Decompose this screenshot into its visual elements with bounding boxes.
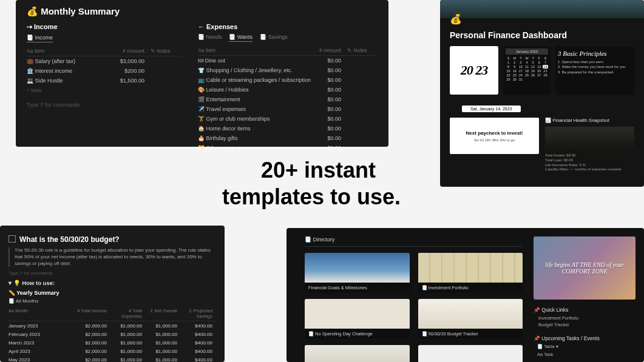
- expense-item: 🏠 Home decor items: [198, 126, 311, 132]
- calendar-day[interactable]: 19: [530, 69, 536, 73]
- card-image: [305, 253, 410, 283]
- directory-card[interactable]: [418, 345, 523, 362]
- directory-card[interactable]: 📑 No Spending Day Challenge: [305, 299, 410, 339]
- calendar-day[interactable]: 18: [524, 69, 529, 73]
- income-row[interactable]: 🏦 Interest income $200.00: [27, 66, 181, 76]
- calendar-day[interactable]: 12: [530, 65, 536, 69]
- expense-row[interactable]: 🏠 Home decor items $0.00: [198, 124, 378, 133]
- calendar-widget[interactable]: January 2023 SMTWTFS12345678910111213141…: [503, 46, 551, 95]
- tab-savings[interactable]: 📑 Savings: [260, 34, 288, 42]
- quicklink-item[interactable]: Budget Tracker: [538, 322, 636, 329]
- calendar-day[interactable]: 23: [512, 73, 517, 77]
- calendar-day[interactable]: 7: [543, 61, 548, 64]
- calendar-day[interactable]: 25: [524, 73, 529, 77]
- income-row[interactable]: 💼 Salary (after tax) $3,000.00: [27, 56, 181, 66]
- expense-row[interactable]: 🎂 Birthday gifts $0.00: [198, 133, 378, 143]
- yearly-savings: $400.00: [181, 340, 216, 346]
- expense-item: 🎨 Leisure / Hobbies: [198, 87, 311, 93]
- income-new[interactable]: + New: [27, 87, 181, 93]
- expense-row[interactable]: ✈️ Travel expenses $0.00: [198, 104, 378, 114]
- directory-heading[interactable]: 📑 Directory: [305, 236, 523, 247]
- calendar-day[interactable]: 16: [512, 69, 517, 73]
- expense-amount: $0.00: [311, 116, 347, 122]
- tab-wants[interactable]: 📑 Wants: [229, 34, 253, 42]
- calendar-day[interactable]: 8: [506, 65, 511, 69]
- yearly-row[interactable]: January 2023 $2,000.00 $1,000.00 $1,000.…: [8, 321, 216, 330]
- principles-title: 3 Basic Principles: [558, 50, 632, 57]
- calendar-day[interactable]: F: [537, 56, 542, 60]
- calendar-day[interactable]: M: [512, 56, 517, 60]
- calendar-day[interactable]: S: [506, 56, 511, 60]
- yearly-row[interactable]: April 2023 $2,000.00 $1,000.00 $1,000.00…: [8, 347, 216, 355]
- yearly-row[interactable]: February 2023 $2,000.00 $1,000.00 $1,000…: [8, 330, 216, 338]
- yc-proj: Σ Projected Savings: [181, 308, 216, 319]
- expense-notes: [347, 77, 378, 83]
- calendar-day[interactable]: 27: [537, 73, 542, 77]
- howto-heading[interactable]: ▾ 💡 How to use:: [8, 280, 216, 286]
- upcoming-tab[interactable]: 📑 Table ▾: [537, 344, 636, 349]
- calendar-day[interactable]: 11: [524, 65, 529, 69]
- card-caption: 📑 50/30/20 Budget Tracker: [418, 329, 523, 339]
- directory-card[interactable]: 📑 50/30/20 Budget Tracker: [418, 299, 523, 339]
- tab-income[interactable]: 📑 Income: [27, 35, 53, 42]
- expense-row[interactable]: 🎨 Leisure / Hobbies $0.00: [198, 85, 378, 95]
- income-item: 💻 Side Hustle: [27, 78, 114, 84]
- calendar-day[interactable]: 31: [518, 78, 523, 81]
- invest-sub: 3w 5d 16h 38m 34s to go: [474, 138, 515, 142]
- tab-needs[interactable]: 📑 Needs: [198, 34, 222, 42]
- calendar-day[interactable]: 9: [512, 65, 517, 69]
- expense-row[interactable]: 👕 Shopping / Clothing / Jewellery, etc. …: [198, 65, 378, 75]
- calendar-day[interactable]: 6: [537, 61, 542, 64]
- expense-amount: $0.00: [311, 58, 347, 64]
- expense-row[interactable]: 🍽 Dine out $0.00: [198, 56, 378, 65]
- calendar-day[interactable]: 15: [506, 69, 511, 73]
- calendar-day[interactable]: 5: [530, 61, 536, 64]
- tab-all-months[interactable]: 📑 All Months: [8, 298, 216, 304]
- upcoming-tab[interactable]: Aa Task: [537, 352, 636, 357]
- income-row[interactable]: 💻 Side Hustle $1,500.00: [27, 76, 181, 85]
- calendar-day[interactable]: 29: [506, 78, 511, 81]
- income-col-notes: ✎ Notes: [151, 48, 181, 54]
- health-stat: Total Loan: $0.00: [545, 158, 634, 163]
- calendar-day[interactable]: 30: [512, 78, 517, 81]
- calendar-day[interactable]: 2: [512, 61, 517, 64]
- calendar-day[interactable]: 28: [543, 73, 548, 77]
- calendar-day[interactable]: 17: [518, 69, 523, 73]
- directory-card[interactable]: Financial Goals & Milestones: [305, 253, 410, 293]
- calendar-day[interactable]: 10: [518, 65, 523, 69]
- calendar-day[interactable]: 4: [524, 61, 529, 64]
- yearly-income: $2,000.00: [75, 357, 110, 362]
- dashboard-title: Personal Finance Dashboard: [450, 30, 644, 40]
- yearly-row[interactable]: March 2023 $2,000.00 $1,000.00 $1,000.00…: [8, 338, 216, 347]
- expense-row[interactable]: 🎬 Entertainment $0.00: [198, 95, 378, 104]
- expense-amount: $0.00: [311, 67, 347, 73]
- yearly-row[interactable]: May 2023 $2,000.00 $1,000.00 $1,000.00 $…: [8, 355, 216, 362]
- expense-row[interactable]: 🧡 Other wants $0.00: [198, 143, 378, 147]
- yearly-savings: $400.00: [181, 349, 216, 354]
- expense-notes: [347, 145, 378, 147]
- calendar-day[interactable]: 1: [506, 61, 511, 64]
- directory-card[interactable]: 📑 Investment Portfolio: [418, 253, 523, 293]
- health-snapshot: 📈 Financial Health Snapshot Total Assets…: [545, 118, 634, 172]
- exp-col-item: Aa Item: [198, 47, 311, 53]
- calendar-day[interactable]: 14: [543, 65, 548, 69]
- card-image: [305, 299, 410, 329]
- calendar-day[interactable]: 21: [543, 69, 548, 73]
- calendar-day[interactable]: 24: [518, 73, 523, 77]
- calendar-day[interactable]: 26: [530, 73, 536, 77]
- calendar-day[interactable]: 13: [537, 65, 542, 69]
- calendar-day[interactable]: 22: [506, 73, 511, 77]
- expense-row[interactable]: 📺 Cable or streaming packages / subscrip…: [198, 75, 378, 85]
- directory-card[interactable]: [305, 345, 410, 362]
- expense-row[interactable]: 🏋 Gym or club memberships $0.00: [198, 114, 378, 124]
- quicklink-item[interactable]: Investment Portfolio: [538, 315, 636, 322]
- calendar-day[interactable]: W: [524, 56, 529, 60]
- calendar-day[interactable]: 20: [537, 69, 542, 73]
- calendar-day[interactable]: 3: [518, 61, 523, 64]
- expense-amount: $0.00: [311, 77, 347, 83]
- calendar-day[interactable]: S: [543, 56, 548, 60]
- health-image: [545, 127, 634, 151]
- calendar-day[interactable]: T: [518, 56, 523, 60]
- calendar-day[interactable]: T: [530, 56, 536, 60]
- expense-item: 🎂 Birthday gifts: [198, 135, 311, 141]
